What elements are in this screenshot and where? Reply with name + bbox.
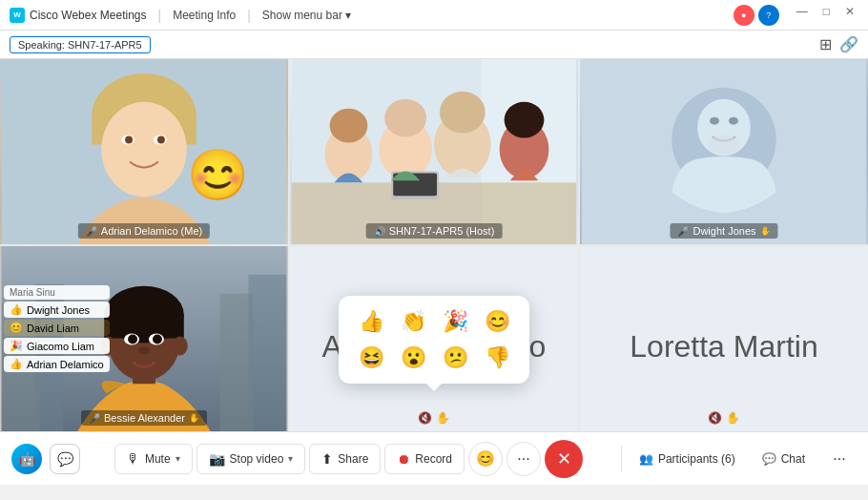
window-controls: — □ ✕ <box>793 5 858 26</box>
participant-name-dwight: 🎤 Dwight Jones ✋ <box>670 223 777 239</box>
reaction-surprise[interactable]: 😮 <box>396 344 430 372</box>
video-grid: 😊 🎤 Adrian Delamico (Me) <box>0 59 868 431</box>
toolbar: 🤖 💬 🎙 Mute ▾ 📷 Stop video ▾ ⬆ Share ⏺ Re… <box>0 431 868 485</box>
svg-point-26 <box>729 117 738 125</box>
record-button[interactable]: ⏺ Record <box>384 444 465 474</box>
emoji-button[interactable]: 😊 <box>468 442 503 476</box>
share-button[interactable]: ⬆ Share <box>309 444 381 474</box>
reaction-thumbsup[interactable]: 👍 <box>354 307 388 336</box>
app-logo: W Cisco Webex Meetings <box>10 8 147 23</box>
svg-point-13 <box>330 109 368 143</box>
video-button-icon: 📷 <box>209 451 225 467</box>
svg-point-42 <box>128 335 137 344</box>
chat-button[interactable]: 💬 Chat <box>753 446 815 472</box>
svg-point-43 <box>153 335 162 344</box>
loretta-name-display: Loretta Martin <box>630 246 817 431</box>
participant-controls-adrian: 🔇 ✋ <box>418 408 449 426</box>
svg-point-15 <box>384 99 426 137</box>
stop-video-button[interactable]: 📷 Stop video ▾ <box>196 444 306 474</box>
host-video <box>290 59 578 244</box>
titlebar: W Cisco Webex Meetings | Meeting Info | … <box>0 0 868 31</box>
share-button-icon: ⬆ <box>321 451 333 467</box>
link-icon[interactable]: 🔗 <box>839 35 858 53</box>
maximize-button[interactable]: □ <box>819 5 834 26</box>
show-menu-bar[interactable]: Show menu bar ▾ <box>262 9 351 22</box>
side-reaction-giacomo: 🎉 Giacomo Liam <box>4 338 110 354</box>
reactions-popup[interactable]: 👍 👏 🎉 😊 😆 😮 😕 👎 <box>339 296 529 384</box>
mic-icon-adrian: 🎤 <box>86 226 97 237</box>
toolbar-separator <box>621 446 622 472</box>
infobar: Speaking: SHN7-17-APR5 ⊞ 🔗 <box>0 31 868 59</box>
mic-button-icon: 🎙 <box>127 451 140 467</box>
webex-bot-icon[interactable]: 🤖 <box>11 444 42 474</box>
side-reactions-list: Maria Sinu 👍 Dwight Jones 😊 David Liam 🎉… <box>4 285 110 374</box>
more-options-button[interactable]: ··· <box>506 442 541 476</box>
participants-button[interactable]: 👥 Participants (6) <box>630 446 745 472</box>
video-cell-dwight: 🎤 Dwight Jones ✋ <box>580 59 868 244</box>
svg-rect-37 <box>104 315 184 339</box>
svg-point-44 <box>138 346 150 354</box>
adrian-video: 😊 <box>0 59 288 244</box>
speaking-indicator: Speaking: SHN7-17-APR5 <box>10 36 151 53</box>
chat-icon: 💬 <box>762 452 776 466</box>
reaction-sad[interactable]: 😕 <box>438 344 472 372</box>
side-reaction-item: Maria Sinu <box>4 285 110 300</box>
video-cell-adrian: 😊 🎤 Adrian Delamico (Me) <box>0 59 288 244</box>
webex-ai-chat-icon[interactable]: 💬 <box>50 444 80 474</box>
bessie-video-container: Maria Sinu 👍 Dwight Jones 😊 David Liam 🎉… <box>0 246 288 431</box>
end-call-button[interactable]: ✕ <box>545 440 583 478</box>
loretta-mic-icon: 🔇 ✋ <box>708 411 739 425</box>
participants-icon: 👥 <box>639 452 653 466</box>
side-reaction-adrian2: 👍 Adrian Delamico <box>4 356 110 372</box>
svg-point-3 <box>101 102 187 197</box>
svg-rect-32 <box>220 294 254 431</box>
svg-point-6 <box>125 136 133 144</box>
participant-name-host: 🔊 SHN7-17-APR5 (Host) <box>366 223 503 239</box>
svg-point-39 <box>173 337 188 356</box>
mic-icon-dwight: 🎤 <box>677 226 689 237</box>
app-name: Cisco Webex Meetings <box>30 9 147 22</box>
record-button-icon: ⏺ <box>397 451 410 467</box>
notifications-icon: ● <box>734 5 754 26</box>
mic-muted-icon: 🔇 ✋ <box>418 411 449 425</box>
mute-caret: ▾ <box>176 453 180 464</box>
end-call-icon: ✕ <box>557 448 571 469</box>
help-icon[interactable]: ? <box>758 5 779 26</box>
grid-view-icon[interactable]: ⊞ <box>819 35 832 53</box>
video-cell-bessie: Maria Sinu 👍 Dwight Jones 😊 David Liam 🎉… <box>0 246 288 431</box>
toolbar-left: 🤖 💬 <box>11 444 80 474</box>
side-reaction-dwight: 👍 Dwight Jones <box>4 302 110 318</box>
svg-point-21 <box>505 102 545 138</box>
dwight-video <box>580 59 868 244</box>
participant-name-bessie: 🎤 Bessie Alexander ✋ <box>81 410 207 426</box>
hand-raise-icon-dwight: ✋ <box>760 226 771 236</box>
close-button[interactable]: ✕ <box>841 5 858 26</box>
reaction-smile[interactable]: 😊 <box>480 307 514 336</box>
mute-button[interactable]: 🎙 Mute ▾ <box>114 444 193 474</box>
mic-icon-host: 🔊 <box>374 226 385 237</box>
svg-point-25 <box>710 117 719 125</box>
reaction-laugh[interactable]: 😆 <box>354 344 388 372</box>
reaction-party[interactable]: 🎉 <box>438 307 472 336</box>
stop-video-caret: ▾ <box>288 453 293 464</box>
reaction-thumbsdown[interactable]: 👎 <box>480 344 514 372</box>
video-cell-adrian-name: Adrian Delamico 🔇 ✋ 👍 👏 🎉 😊 😆 😮 😕 👎 <box>290 246 578 431</box>
svg-point-19 <box>440 92 486 134</box>
participant-controls-loretta: 🔇 ✋ <box>708 408 739 426</box>
side-reaction-david: 😊 David Liam <box>4 320 110 336</box>
svg-rect-33 <box>248 275 286 431</box>
participant-name-adrian: 🎤 Adrian Delamico (Me) <box>78 223 210 239</box>
minimize-button[interactable]: — <box>793 5 812 26</box>
svg-point-7 <box>157 136 165 144</box>
mic-icon-bessie: 🎤 <box>89 413 100 424</box>
titlebar-controls: ● ? — □ ✕ <box>734 5 858 26</box>
toolbar-center: 🎙 Mute ▾ 📷 Stop video ▾ ⬆ Share ⏺ Record… <box>114 440 583 478</box>
meeting-info-link[interactable]: Meeting Info <box>173 9 236 22</box>
reaction-clap[interactable]: 👏 <box>396 307 430 336</box>
video-cell-host: 🔊 SHN7-17-APR5 (Host) <box>290 59 578 244</box>
hand-raise-icon-bessie: ✋ <box>189 413 199 423</box>
infobar-right: ⊞ 🔗 <box>819 35 858 53</box>
more-right-button[interactable]: ··· <box>822 442 857 476</box>
cisco-icon: W <box>10 8 25 23</box>
svg-text:😊: 😊 <box>187 146 249 204</box>
